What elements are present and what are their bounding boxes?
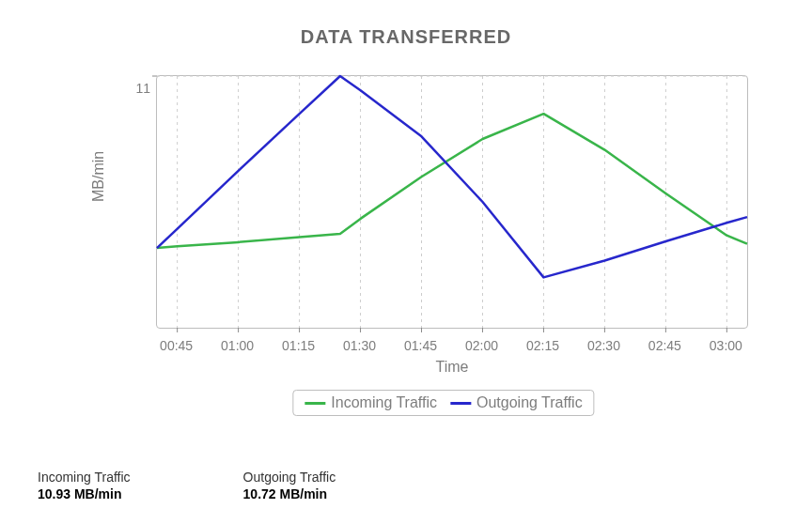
legend-item: Outgoing Traffic: [450, 394, 583, 411]
y-axis-label: MB/min: [90, 151, 107, 202]
stat-label: Incoming Traffic: [38, 470, 131, 485]
legend-label: Incoming Traffic: [331, 394, 437, 411]
x-tick-label: 01:30: [343, 338, 376, 353]
stat-value: 10.72 MB/min: [243, 486, 336, 501]
stat-outgoing: Outgoing Traffic 10.72 MB/min: [243, 470, 336, 501]
legend-label: Outgoing Traffic: [476, 394, 583, 411]
series-outgoing-traffic: [157, 76, 747, 277]
x-tick-row: 00:4501:0001:1501:3001:4502:0002:1502:30…: [156, 338, 748, 357]
stat-incoming: Incoming Traffic 10.93 MB/min: [38, 470, 131, 501]
stat-value: 10.93 MB/min: [38, 486, 131, 501]
legend: Incoming TrafficOutgoing Traffic: [292, 390, 594, 416]
x-axis-label: Time: [156, 359, 748, 376]
x-tick-label: 02:30: [587, 338, 620, 353]
legend-item: Incoming Traffic: [304, 394, 437, 411]
x-tick-label: 01:00: [221, 338, 254, 353]
plot-area: [156, 75, 748, 329]
plot-svg: [157, 76, 747, 328]
series-lines: [157, 76, 747, 277]
series-incoming-traffic: [157, 114, 747, 248]
chart-title: DATA TRANSFERRED: [0, 0, 812, 48]
chart-container: DATA TRANSFERRED MB/min 11 00:4501:0001:…: [0, 0, 812, 524]
stats-row: Incoming Traffic 10.93 MB/min Outgoing T…: [38, 470, 336, 501]
x-tick-label: 00:45: [160, 338, 193, 353]
x-tick-label: 02:45: [648, 338, 681, 353]
legend-swatch: [450, 402, 471, 405]
x-tick-label: 02:15: [526, 338, 559, 353]
x-tick-label: 03:00: [710, 338, 742, 353]
legend-swatch: [304, 402, 325, 405]
x-tick-label: 01:15: [282, 338, 315, 353]
x-tick-label: 01:45: [404, 338, 437, 353]
gridlines: [152, 76, 747, 332]
stat-label: Outgoing Traffic: [243, 470, 336, 485]
x-tick-label: 02:00: [465, 338, 498, 353]
y-tick-label: 11: [127, 81, 150, 96]
